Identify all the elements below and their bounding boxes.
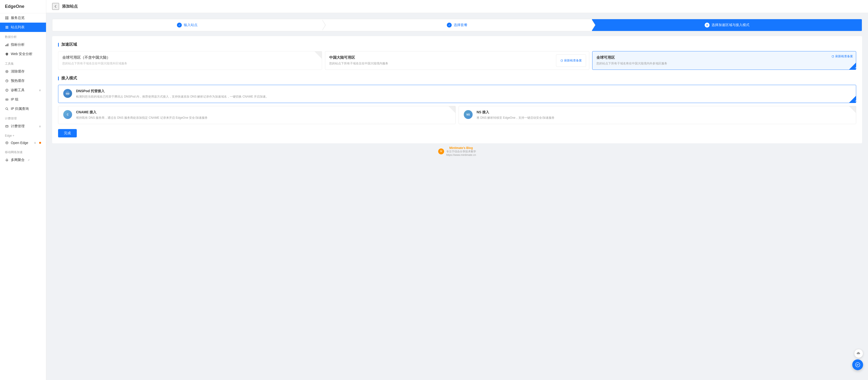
sidebar-item-cache-clear-label: 清除缓存 (11, 69, 25, 74)
svg-rect-6 (5, 28, 8, 29)
sidebar-item-security[interactable]: Web 安全分析 (0, 49, 46, 59)
footer-blog-name: Mintimate's Blog (446, 146, 476, 150)
sidebar-section-data-label: 数据分析 (0, 32, 46, 40)
sidebar-item-open-edge[interactable]: Open Edge ∨ (0, 138, 46, 147)
ns-icon-text: NS (466, 113, 470, 116)
access-row-half: C CNAME 接入 维持既有 DNS 服务商，通过在 DNS 服务商处添加指定… (58, 106, 856, 124)
shield-icon (5, 52, 9, 56)
preheat-icon (5, 79, 9, 83)
access-option-ns[interactable]: NS NS 接入 将 DNS 解析转移至 EdgeOne，支持一键启动安全/加速… (459, 106, 856, 124)
step-1-circle: ✓ (177, 23, 182, 28)
chevron-down-icon-edge: ∨ (34, 141, 36, 144)
search-icon (5, 107, 9, 111)
access-options: DNS DNSPod 托管接入 检测到您当前的域名已托管于腾讯云 DNSPod … (58, 85, 856, 124)
cname-icon-text: C (67, 113, 68, 116)
svg-rect-8 (7, 44, 7, 46)
region-options: 全球可用区（不含中国大陆） 您的站点下所有子域名仅在中国大陆境外区域服务 中国大… (58, 51, 856, 70)
footer-info: Mintimate's Blog 专注于综合分享技术教学 https://www… (446, 146, 476, 156)
external-link-icon: ↗ (28, 159, 30, 162)
list-icon (5, 25, 9, 29)
cn-refresh-btn[interactable]: 刷新检查备案 (556, 54, 586, 67)
sidebar-section-edge-label: Edge + (0, 131, 46, 138)
selected-check-corner: ✓ (849, 63, 856, 70)
clear-icon (5, 70, 9, 73)
sidebar-item-multi-network[interactable]: 多网聚合 ↗ (0, 156, 46, 165)
sidebar-item-ip-group[interactable]: IP 组 (0, 95, 46, 104)
region-option-global-no-cn[interactable]: 全球可用区（不含中国大陆） 您的站点下所有子域名仅在中国大陆境外区域服务 (58, 51, 322, 70)
sidebar-item-multi-network-label: 多网聚合 (11, 158, 25, 162)
sidebar-item-ip-group-label: IP 组 (11, 97, 19, 102)
dnspod-desc: 检测到您当前的域名已托管于腾讯云 DNSPod 内，推荐使用该方式接入，支持快速… (76, 94, 269, 99)
complete-button[interactable]: 完成 (58, 129, 77, 137)
global-refresh-btn[interactable]: 刷新检查备案 (831, 54, 853, 59)
dnspod-check-icon: ✓ (855, 100, 857, 102)
back-button[interactable] (52, 3, 59, 10)
ns-title: NS 接入 (476, 110, 555, 114)
cname-content: CNAME 接入 维持既有 DNS 服务商，通过在 DNS 服务商处添加指定 C… (76, 110, 208, 120)
region-option-global-no-cn-desc: 您的站点下所有子域名仅在中国大陆境外区域服务 (62, 62, 318, 66)
access-option-dnspod[interactable]: DNS DNSPod 托管接入 检测到您当前的域名已托管于腾讯云 DNSPod … (58, 85, 856, 103)
access-option-cname[interactable]: C CNAME 接入 维持既有 DNS 服务商，通过在 DNS 服务商处添加指定… (58, 106, 456, 124)
region-option-global-desc: 您的站点下所有子域名将在中国大陆境内外多地区服务 (596, 62, 852, 66)
ns-desc: 将 DNS 解析转移至 EdgeOne，支持一键启动安全/加速服务 (476, 115, 555, 120)
sidebar-section-edge: Open Edge ∨ (0, 138, 46, 147)
step-2: ✓ 选择套餐 (322, 19, 592, 31)
sidebar-item-cache-preheat[interactable]: 预热缓存 (0, 76, 46, 85)
step-1: ✓ 输入站点 (53, 19, 322, 31)
disabled-corner (314, 51, 322, 59)
cloud-float-button[interactable] (854, 349, 863, 358)
sidebar-section-mobile-label: 移动网络加速 (0, 147, 46, 156)
footer-blog-url: https://www.mintimate.cn (446, 153, 476, 156)
access-section-title: 接入模式 (58, 76, 856, 81)
sidebar-item-ip-lookup-label: IP 归属查询 (11, 107, 29, 111)
page-header: 添加站点 (46, 0, 868, 13)
svg-rect-2 (5, 18, 7, 20)
sidebar-section-billing: 计费管理 ∨ (0, 122, 46, 131)
edge-icon (5, 141, 9, 145)
sidebar-item-cache-clear[interactable]: 清除缓存 (0, 67, 46, 76)
sidebar-item-overview-label: 服务总览 (11, 16, 25, 20)
global-refresh-label: 刷新检查备案 (835, 54, 853, 59)
sidebar-section-mobile: 多网聚合 ↗ (0, 156, 46, 165)
region-option-cn-only-title: 中国大陆可用区 (329, 55, 585, 60)
sidebar-item-sites-label: 站点列表 (11, 25, 25, 30)
svg-rect-0 (5, 16, 7, 18)
ns-content: NS 接入 将 DNS 解析转移至 EdgeOne，支持一键启动安全/加速服务 (476, 110, 555, 120)
content-card: 加速区域 全球可用区（不含中国大陆） 您的站点下所有子域名仅在中国大陆境外区域服… (52, 36, 862, 143)
chat-float-button[interactable] (852, 359, 863, 370)
footer-logo: M (438, 148, 444, 154)
sidebar-item-security-label: Web 安全分析 (11, 52, 32, 56)
svg-point-14 (6, 108, 8, 110)
main-body: ✓ 输入站点 ✓ 选择套餐 3 选择加速区域与接入模式 加速区域 全球可用区（不… (46, 13, 868, 380)
svg-rect-5 (5, 27, 8, 28)
diagnostic-icon (5, 88, 9, 92)
steps-container: ✓ 输入站点 ✓ 选择套餐 3 选择加速区域与接入模式 (52, 19, 862, 31)
dnspod-icon: DNS (63, 89, 72, 98)
sidebar-item-ip-lookup[interactable]: IP 归属查询 (0, 104, 46, 113)
sidebar-item-overview[interactable]: 服务总览 (0, 13, 46, 23)
region-option-global-no-cn-title: 全球可用区（不含中国大陆） (62, 55, 318, 60)
ns-icon: NS (464, 110, 473, 119)
sidebar-item-sites[interactable]: 站点列表 (0, 23, 46, 32)
sidebar-section-main: 服务总览 站点列表 (0, 13, 46, 32)
step-3-label: 选择加速区域与接入模式 (712, 23, 749, 27)
grid-icon (5, 16, 9, 20)
region-option-cn-only[interactable]: 中国大陆可用区 您的站点下所有子域名仅在中国大陆境内服务 刷新检查备案 (325, 51, 589, 70)
cname-corner (448, 106, 456, 113)
cname-icon: C (63, 110, 72, 119)
step-3: 3 选择加速区域与接入模式 (592, 19, 862, 31)
sidebar: EdgeOne 服务总览 站点列表 数据分析 指标分析 Web 安 (0, 0, 46, 380)
sidebar-item-billing-label: 计费管理 (11, 124, 25, 129)
sidebar-section-data: 指标分析 Web 安全分析 (0, 40, 46, 59)
sidebar-item-metrics[interactable]: 指标分析 (0, 40, 46, 49)
sidebar-item-diagnostic[interactable]: 诊断工具 ∨ (0, 85, 46, 95)
sidebar-item-billing[interactable]: 计费管理 ∨ (0, 122, 46, 131)
region-option-global[interactable]: 全球可用区 您的站点下所有子域名将在中国大陆境内外多地区服务 刷新检查备案 ✓ (592, 51, 856, 70)
chevron-down-icon: ∨ (39, 89, 41, 92)
page-footer: M Mintimate's Blog 专注于综合分享技术教学 https://w… (52, 143, 862, 159)
step-2-circle: ✓ (447, 23, 452, 28)
region-option-global-title: 全球可用区 (596, 55, 852, 60)
dnspod-check-corner: ✓ (849, 96, 856, 103)
sidebar-section-tools-label: 工具集 (0, 59, 46, 67)
footer-blog-sub: 专注于综合分享技术教学 (446, 150, 476, 153)
